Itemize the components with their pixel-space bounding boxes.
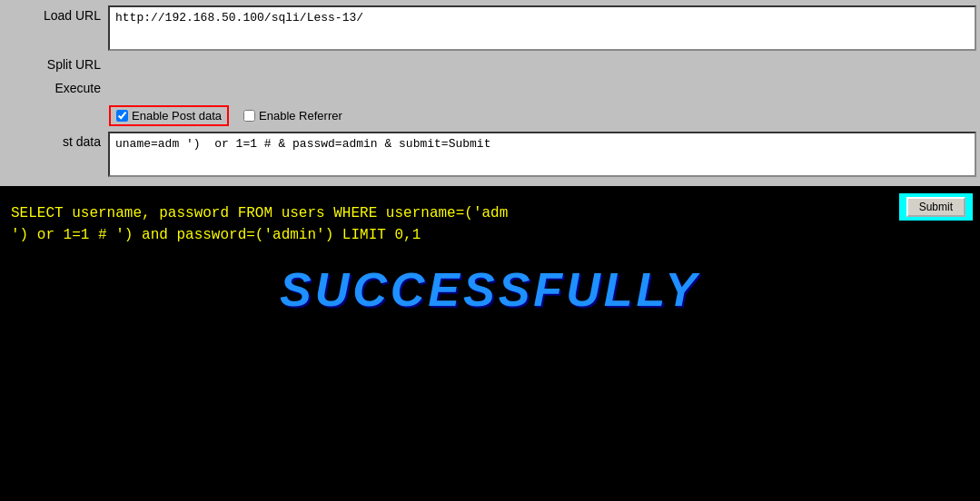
- success-text: SUCCESSFULLY: [7, 262, 973, 317]
- execute-button[interactable]: Execute: [4, 78, 108, 98]
- enable-referrer-label[interactable]: Enable Referrer: [243, 109, 342, 123]
- load-url-label: Load URL: [4, 5, 108, 25]
- execute-row: Execute: [0, 78, 980, 98]
- post-data-input[interactable]: [108, 132, 976, 177]
- enable-referrer-checkbox[interactable]: [243, 110, 255, 122]
- split-url-row: Split URL: [0, 54, 980, 74]
- sql-output: SELECT username, password FROM users WHE…: [7, 202, 973, 246]
- enable-post-checkbox[interactable]: [116, 110, 128, 122]
- load-url-row: Load URL: [0, 5, 980, 51]
- sql-line2: ') or 1=1 # ') and password=('admin') LI…: [11, 224, 969, 246]
- post-data-row: st data: [0, 132, 980, 177]
- split-url-button[interactable]: Split URL: [4, 54, 108, 74]
- enable-post-label[interactable]: Enable Post data: [109, 105, 229, 126]
- top-panel: Load URL Split URL Execute Enable Post d…: [0, 0, 980, 186]
- sql-line1: SELECT username, password FROM users WHE…: [11, 202, 969, 224]
- submit-button-area: Submit: [899, 193, 973, 221]
- submit-button[interactable]: Submit: [906, 197, 965, 217]
- url-input[interactable]: [108, 5, 976, 51]
- post-data-label: st data: [4, 132, 108, 152]
- checkboxes-row: Enable Post data Enable Referrer: [0, 102, 980, 130]
- bottom-panel: Submit SELECT username, password FROM us…: [0, 186, 980, 501]
